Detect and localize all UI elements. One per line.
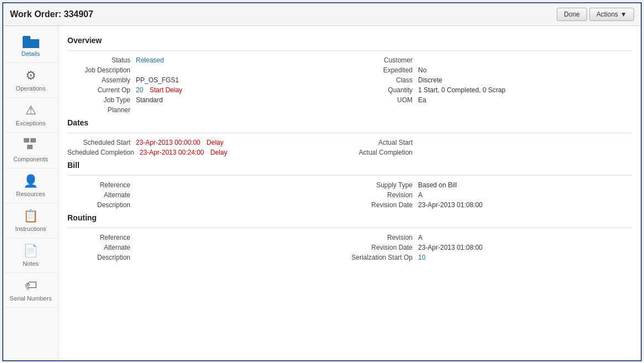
quantity-row: Quantity 1 Start, 0 Completed, 0 Scrap [350,86,632,94]
actions-label: Actions [597,10,618,18]
current-op-label: Current Op [67,86,134,94]
assembly-value: PP_OS_FGS1 [136,76,179,84]
bill-alternate-label: Alternate [67,191,134,199]
dates-fields: Scheduled Start 23-Apr-2013 00:00:00 Del… [67,139,632,156]
bill-description-label: Description [67,201,134,209]
bill-reference-label: Reference [67,181,134,189]
customer-row: Customer [350,56,632,64]
routing-revision-date-value: 23-Apr-2013 01:08:00 [418,244,483,251]
svg-rect-1 [30,138,36,143]
routing-revision-date-row: Revision Date 23-Apr-2013 01:08:00 [350,244,632,251]
clipboard-icon: 📋 [23,209,38,223]
dates-section: Dates Scheduled Start 23-Apr-2013 00:00:… [67,118,632,156]
actual-start-label: Actual Start [350,139,416,146]
supply-type-label: Supply Type [350,181,416,189]
sidebar-item-label-operations: Operations [16,85,46,92]
uom-row: UOM Ea [350,96,632,104]
actual-completion-row: Actual Completion [350,149,632,156]
page-title: Work Order: 334907 [10,9,93,19]
scheduled-start-delay: Delay [207,139,224,146]
bill-fields: Reference Alternate Description [67,181,632,209]
bill-description-row: Description [67,201,350,209]
planner-row: Planner [67,106,350,114]
bill-revision-row: Revision A [350,191,632,199]
routing-reference-row: Reference [67,234,350,241]
dates-title: Dates [67,118,632,127]
expedited-row: Expedited No [350,66,632,74]
svg-rect-0 [24,138,29,143]
actions-button[interactable]: Actions ▼ [589,8,634,21]
routing-revision-date-label: Revision Date [350,244,416,251]
job-type-value: Standard [136,96,163,104]
warning-icon: ⚠ [25,103,36,118]
class-label: Class [350,76,416,84]
routing-section: Routing Reference Alternate Descri [67,213,632,261]
chevron-down-icon: ▼ [620,10,627,18]
current-op-number[interactable]: 20 [136,86,143,94]
done-button[interactable]: Done [557,8,587,21]
svg-rect-2 [27,145,33,149]
sidebar-item-notes[interactable]: 📄 Notes [3,238,58,273]
scheduled-completion-label: Scheduled Completion [67,149,138,156]
serialization-label: Serialzation Start Op [350,254,416,261]
bill-title: Bill [67,161,632,170]
bill-revision-label: Revision [350,191,416,199]
class-value: Discrete [418,76,442,84]
sidebar-item-instructions[interactable]: 📋 Instructions [3,203,58,238]
bill-alternate-row: Alternate [67,191,350,199]
routing-fields: Reference Alternate Description [67,234,632,261]
status-label: Status [67,56,134,64]
uom-value: Ea [418,96,426,104]
sidebar-item-resources[interactable]: 👤 Resources [3,169,58,203]
sidebar-item-exceptions[interactable]: ⚠ Exceptions [3,98,58,133]
class-row: Class Discrete [350,76,632,84]
sidebar-item-label-notes: Notes [23,260,39,267]
scheduled-start-label: Scheduled Start [67,139,134,146]
bill-reference-row: Reference [67,181,350,189]
job-type-label: Job Type [67,96,134,104]
supply-type-row: Supply Type Based on Bill [350,181,632,189]
sidebar-item-details[interactable]: Details [3,30,58,63]
gear-icon: ⚙ [25,69,36,83]
overview-left: Status Released Job Description Assembly… [67,56,350,114]
bill-revision-date-label: Revision Date [350,201,416,209]
sidebar-item-operations[interactable]: ⚙ Operations [3,63,58,98]
notes-icon: 📄 [23,244,38,258]
sidebar-item-components[interactable]: Components [3,133,58,169]
uom-label: UOM [350,96,416,104]
scheduled-completion-row: Scheduled Completion 23-Apr-2013 00:24:0… [67,149,350,156]
sidebar-item-label-exceptions: Exceptions [16,120,46,127]
bill-section: Bill Reference Alternate Descripti [67,161,632,209]
job-type-row: Job Type Standard [67,96,350,104]
sidebar-item-label-details: Details [22,50,40,57]
bill-revision-date-value: 23-Apr-2013 01:08:00 [418,201,483,209]
actual-completion-label: Actual Completion [350,149,416,156]
sidebar-item-serial-numbers[interactable]: 🏷 Serial Numbers [3,273,58,308]
routing-description-label: Description [67,254,134,261]
expedited-label: Expedited [350,66,416,74]
bill-left: Reference Alternate Description [67,181,350,209]
serialization-row: Serialzation Start Op 10 [350,254,632,261]
person-icon: 👤 [23,174,38,188]
bill-right: Supply Type Based on Bill Revision A Rev… [350,181,632,209]
routing-reference-label: Reference [67,234,134,241]
main-layout: Details ⚙ Operations ⚠ Exceptions Co [3,26,641,360]
status-value[interactable]: Released [136,56,164,64]
overview-right: Customer Expedited No Class Discrete [350,56,632,114]
quantity-label: Quantity [350,86,416,94]
serialization-value[interactable]: 10 [418,254,425,261]
routing-right: Revision A Revision Date 23-Apr-2013 01:… [350,234,632,261]
routing-left: Reference Alternate Description [67,234,350,261]
header-buttons: Done Actions ▼ [557,8,634,21]
supply-type-value: Based on Bill [418,181,457,189]
job-description-label: Job Description [67,66,134,74]
sidebar: Details ⚙ Operations ⚠ Exceptions Co [3,26,59,360]
components-icon [24,138,38,154]
routing-revision-row: Revision A [350,234,632,241]
dates-left: Scheduled Start 23-Apr-2013 00:00:00 Del… [67,139,350,156]
sidebar-item-label-resources: Resources [16,191,45,197]
routing-alternate-label: Alternate [67,244,134,251]
overview-title: Overview [67,36,632,45]
planner-label: Planner [67,106,134,114]
folder-icon [23,36,39,48]
